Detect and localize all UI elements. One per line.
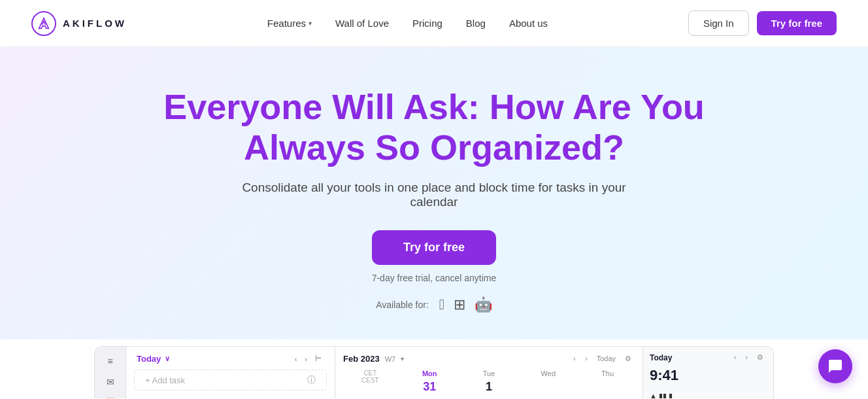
logo[interactable]: AKIFLOW [31,11,127,36]
calendar-days: CET CEST Mon 31 Tue 1 Wed Thu [343,370,635,394]
day-tue1: Tue 1 [462,370,516,394]
mon-num: 31 [403,380,457,394]
platform-icons:  ⊞ 🤖 [439,296,492,313]
phone-status: ▲ ▮▮ ▮ [650,392,767,398]
tasks-panel: Today ∨ ‹ › ⊢ + Add task ⓘ [126,347,335,398]
add-task-info-icon: ⓘ [307,374,316,386]
platforms-section: Available for:  ⊞ 🤖 [376,296,492,313]
nav-features[interactable]: Features ▾ [267,18,312,29]
add-task-label: + Add task [145,375,185,385]
tasks-prev-button[interactable]: ‹ [292,354,300,364]
today-label[interactable]: Today [137,354,161,364]
phone-panel: Today ‹ › ⚙ 9:41 ▲ ▮▮ ▮ Mon, 14 Today ··… [643,347,773,398]
phone-nav-buttons: ‹ › ⚙ [731,352,767,363]
wifi-icon: ▲ [650,392,657,398]
cal-month-title: Feb 2023 [343,354,380,364]
windows-icon: ⊞ [454,296,465,313]
hero-subtitle: Consolidate all your tools in one place … [225,181,643,209]
sidebar-icons: ≡ ✉ 📅 [95,347,126,398]
day-wed: Wed [521,370,575,394]
tue-label: Tue [462,370,516,377]
app-preview: ≡ ✉ 📅 Today ∨ ‹ › ⊢ + Add task ⓘ [0,339,868,398]
nav-about[interactable]: About us [509,18,548,29]
wed-label: Wed [521,370,575,377]
tue-num: 1 [462,380,516,394]
app-window: ≡ ✉ 📅 Today ∨ ‹ › ⊢ + Add task ⓘ [94,346,774,398]
nav-blog[interactable]: Blog [466,18,486,29]
tasks-collapse-button[interactable]: ⊢ [312,353,324,364]
signal-icon: ▮▮ [659,392,667,398]
tasks-header: Today ∨ ‹ › ⊢ [126,353,335,370]
features-chevron-icon: ▾ [309,20,312,27]
tasks-next-button[interactable]: › [302,354,310,364]
day-tz: CET CEST [343,370,397,394]
thu-label: Thu [580,370,635,377]
battery-icon: ▮ [669,392,673,398]
nav-actions: Sign In Try for free [688,10,837,36]
calendar-header: Feb 2023 W7 ▾ ‹ › Today ⚙ [343,353,635,364]
phone-next-button[interactable]: › [742,352,751,363]
platforms-label: Available for: [376,300,429,310]
apple-icon:  [439,296,444,313]
add-task-row[interactable]: + Add task ⓘ [134,370,327,390]
cal-today-button[interactable]: Today [593,353,619,364]
calendar-icon: 📅 [105,398,116,398]
calendar-panel: Feb 2023 W7 ▾ ‹ › Today ⚙ CET CEST Mon 3… [335,347,643,398]
cal-next-button[interactable]: › [582,353,591,364]
nav-links: Features ▾ Wall of Love Pricing Blog Abo… [267,18,548,29]
try-free-hero-button[interactable]: Try for free [372,230,496,265]
menu-icon: ≡ [107,356,112,366]
phone-settings-button[interactable]: ⚙ [754,352,767,363]
logo-icon [31,11,56,36]
nav-wall-of-love[interactable]: Wall of Love [335,18,389,29]
phone-prev-button[interactable]: ‹ [731,352,740,363]
cal-settings-button[interactable]: ⚙ [622,353,635,364]
hero-headline: Everyone Will Ask: How Are You Always So… [140,86,728,167]
cal-nav: ‹ › Today ⚙ [570,353,635,364]
mon-label: Mon [403,370,457,377]
cal-prev-button[interactable]: ‹ [570,353,579,364]
day-mon31: Mon 31 [403,370,457,394]
today-chevron-icon: ∨ [165,355,170,363]
cal-week-chevron-icon: ▾ [401,355,404,362]
tasks-nav: ‹ › ⊢ [292,353,324,364]
phone-time: 9:41 [650,367,767,384]
signin-button[interactable]: Sign In [688,10,749,36]
phone-today-label: Today [650,353,672,362]
cal-week-badge: W7 [385,355,396,363]
hero-section: Everyone Will Ask: How Are You Always So… [0,47,868,339]
android-icon: 🤖 [475,296,492,313]
navbar: AKIFLOW Features ▾ Wall of Love Pricing … [0,0,868,47]
day-thu: Thu [580,370,635,394]
inbox-icon: ✉ [107,377,114,387]
trial-note: 7-day free trial, cancel anytime [372,273,497,283]
tz-label: CET CEST [343,370,397,384]
try-free-nav-button[interactable]: Try for free [757,11,837,35]
brand-name: AKIFLOW [63,18,127,29]
nav-pricing[interactable]: Pricing [412,18,442,29]
chat-bubble-button[interactable] [818,349,852,383]
phone-header: Today ‹ › ⚙ [650,352,767,363]
